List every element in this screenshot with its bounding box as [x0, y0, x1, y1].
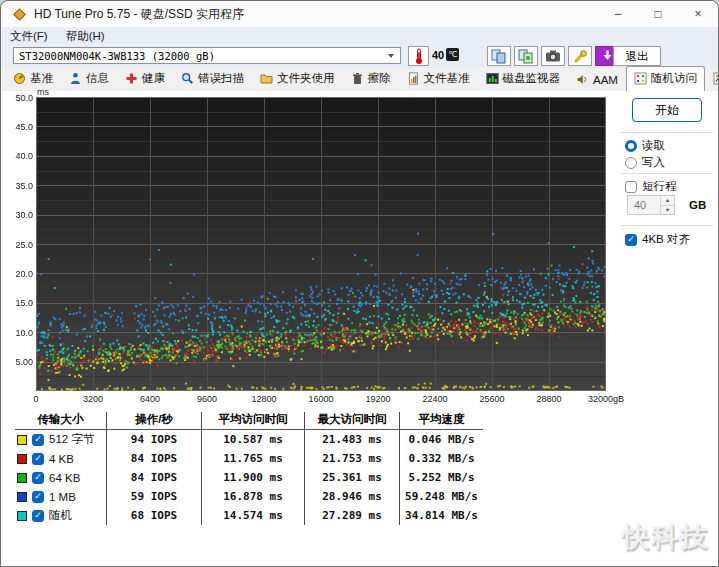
series-checkbox[interactable]: ✓: [32, 472, 44, 484]
tab-erase[interactable]: 擦除: [343, 67, 399, 91]
x-tick-label: 25600: [464, 394, 520, 404]
write-radio[interactable]: [625, 157, 637, 169]
tab-extra-tests[interactable]: 额外测试: [705, 67, 719, 91]
y-tick-label: 50.0: [7, 93, 33, 103]
results-table: 传输大小操作/秒平均访问时间最大访问时间平均速度✓512 字节94 IOPS10…: [15, 412, 483, 525]
menu-help[interactable]: 帮助(H): [57, 27, 114, 46]
temperature-readout: 40 ℃: [432, 48, 459, 61]
drive-select-value: ST32000NM004K-3WB133 (32000 gB): [19, 50, 215, 62]
y-tick-label: 25.0: [7, 240, 33, 250]
toolbar: ST32000NM004K-3WB133 (32000 gB) 40 ℃ 退出: [1, 45, 718, 69]
series-color-swatch: [17, 435, 27, 445]
tab-label: 随机访问: [651, 71, 697, 86]
tools-icon: [573, 49, 588, 64]
x-tick-label: 32000gB: [578, 394, 634, 404]
temperature-value: 40: [432, 49, 444, 61]
disk-monitor-icon: [486, 72, 499, 85]
benchmark-icon: [13, 72, 26, 85]
window-title: HD Tune Pro 5.75 - 硬盘/SSD 实用程序: [34, 6, 244, 23]
folder-usage-icon: [260, 72, 273, 85]
table-value-cell: 21.483 ms: [304, 430, 399, 449]
app-window: HD Tune Pro 5.75 - 硬盘/SSD 实用程序 – □ × 文件(…: [0, 0, 719, 567]
series-checkbox[interactable]: ✓: [32, 434, 44, 446]
table-value-cell: 0.046 MB/s: [399, 430, 483, 449]
table-row-label-cell: ✓4 KB: [15, 449, 106, 468]
spin-down-icon[interactable]: ▼: [661, 206, 674, 215]
aam-icon: [576, 73, 589, 86]
tab-random-access[interactable]: 随机访问: [626, 66, 705, 91]
series-label: 64 KB: [49, 472, 80, 484]
tab-aam[interactable]: AAM: [568, 69, 626, 91]
table-value-cell: 27.289 ms: [304, 506, 399, 525]
4kb-align-row[interactable]: ✓ 4KB 对齐: [625, 232, 690, 247]
table-value-cell: 14.574 ms: [201, 506, 304, 525]
y-tick-label: 35.0: [7, 181, 33, 191]
tab-file-benchmark[interactable]: 文件基准: [399, 67, 478, 91]
tab-strip: 基准信息健康错误扫描文件夹使用擦除文件基准磁盘监视器AAM随机访问额外测试: [1, 68, 718, 91]
x-tick-label: 16000: [293, 394, 349, 404]
drive-select[interactable]: ST32000NM004K-3WB133 (32000 gB): [13, 47, 401, 64]
table-value-cell: 10.587 ms: [201, 430, 304, 449]
size-input[interactable]: 40 ▲ ▼: [627, 195, 675, 215]
start-button[interactable]: 开始: [632, 98, 702, 122]
title-bar: HD Tune Pro 5.75 - 硬盘/SSD 实用程序 – □ ×: [1, 1, 718, 27]
menu-file[interactable]: 文件(F): [1, 27, 57, 46]
copy-image-icon: [518, 49, 534, 64]
maximize-button[interactable]: □: [638, 1, 678, 27]
y-tick-label: 45.0: [7, 122, 33, 132]
series-checkbox[interactable]: ✓: [32, 491, 44, 503]
copy-text-button[interactable]: [487, 46, 511, 66]
table-header: 传输大小: [15, 412, 106, 430]
size-unit-label: GB: [689, 199, 706, 211]
copy-image-button[interactable]: [514, 46, 538, 66]
series-label: 随机: [49, 508, 72, 523]
chevron-down-icon: [388, 54, 394, 58]
write-radio-row[interactable]: 写入: [625, 155, 665, 170]
read-radio[interactable]: [625, 140, 637, 152]
tab-label: 文件夹使用: [277, 71, 335, 86]
tab-info[interactable]: 信息: [61, 67, 117, 91]
spin-up-icon[interactable]: ▲: [661, 196, 674, 206]
file-benchmark-icon: [407, 72, 420, 85]
read-radio-row[interactable]: 读取: [625, 138, 665, 153]
series-checkbox[interactable]: ✓: [32, 510, 44, 522]
tab-label: 擦除: [368, 71, 391, 86]
tab-health[interactable]: 健康: [117, 67, 173, 91]
short-stroke-row[interactable]: 短行程: [625, 179, 677, 194]
table-value-cell: 11.765 ms: [201, 449, 304, 468]
series-checkbox[interactable]: ✓: [32, 453, 44, 465]
size-stepper: ▲ ▼: [660, 196, 674, 214]
tab-folder-usage[interactable]: 文件夹使用: [252, 67, 343, 91]
short-stroke-checkbox[interactable]: [625, 181, 637, 193]
screenshot-button[interactable]: [541, 46, 565, 66]
tab-benchmark[interactable]: 基准: [5, 67, 61, 91]
table-row-label-cell: ✓512 字节: [15, 430, 106, 449]
celsius-icon: ℃: [446, 48, 459, 61]
panel-divider: [621, 225, 713, 226]
extra-tests-icon: [713, 72, 719, 85]
app-logo-icon: [12, 7, 27, 22]
table-value-cell: 28.946 ms: [304, 487, 399, 506]
series-color-swatch: [17, 492, 27, 502]
size-input-value: 40: [628, 196, 660, 214]
panel-divider: [621, 173, 713, 174]
exit-button[interactable]: 退出: [613, 46, 661, 66]
minimize-button[interactable]: –: [598, 1, 638, 27]
tab-label: AAM: [593, 74, 618, 86]
series-color-swatch: [17, 473, 27, 483]
tools-button[interactable]: [568, 46, 592, 66]
close-button[interactable]: ×: [678, 1, 718, 27]
table-header: 最大访问时间: [304, 412, 399, 430]
table-value-cell: 59.248 MB/s: [399, 487, 483, 506]
tab-error-scan[interactable]: 错误扫描: [173, 67, 252, 91]
random-access-icon: [634, 72, 647, 85]
4kb-align-checkbox[interactable]: ✓: [625, 234, 637, 246]
tab-disk-monitor[interactable]: 磁盘监视器: [478, 67, 569, 91]
series-label: 1 MB: [49, 491, 76, 503]
random-access-scatter-chart: [36, 97, 606, 391]
tab-label: 文件基准: [424, 71, 470, 86]
write-radio-label: 写入: [642, 155, 665, 170]
temperature-button[interactable]: [408, 46, 429, 66]
table-row-label-cell: ✓随机: [15, 506, 106, 525]
table-value-cell: 21.753 ms: [304, 449, 399, 468]
